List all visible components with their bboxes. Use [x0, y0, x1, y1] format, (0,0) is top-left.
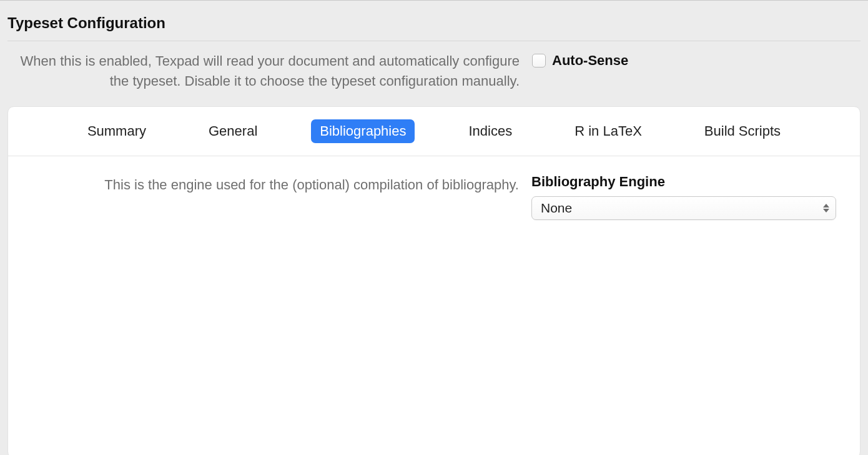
tab-general[interactable]: General — [200, 119, 266, 143]
auto-sense-row: When this is enabled, Texpad will read y… — [7, 41, 861, 106]
typeset-configuration-section: Typeset Configuration When this is enabl… — [0, 0, 868, 455]
tab-bibliographies[interactable]: Bibliographies — [311, 119, 415, 143]
tab-bar: Summary General Bibliographies Indices R… — [8, 107, 860, 156]
auto-sense-control: Auto-Sense — [532, 51, 628, 69]
bibliography-engine-label: Bibliography Engine — [531, 174, 836, 190]
tab-build-scripts[interactable]: Build Scripts — [696, 119, 789, 143]
panel-body: This is the engine used for the (optiona… — [8, 156, 860, 455]
tab-r-in-latex[interactable]: R in LaTeX — [566, 119, 651, 143]
bibliography-description: This is the engine used for the (optiona… — [32, 174, 519, 195]
auto-sense-description: When this is enabled, Texpad will read y… — [7, 51, 520, 91]
auto-sense-checkbox[interactable] — [532, 54, 546, 68]
bibliography-engine-select[interactable]: None — [531, 196, 836, 220]
bibliography-engine-block: Bibliography Engine None — [531, 174, 836, 220]
config-panel: Summary General Bibliographies Indices R… — [7, 106, 861, 455]
chevron-up-down-icon — [823, 204, 829, 212]
auto-sense-label: Auto-Sense — [552, 52, 628, 69]
section-title: Typeset Configuration — [7, 1, 861, 41]
tab-indices[interactable]: Indices — [460, 119, 521, 143]
tab-summary[interactable]: Summary — [79, 119, 155, 143]
bibliography-engine-value: None — [541, 201, 572, 216]
